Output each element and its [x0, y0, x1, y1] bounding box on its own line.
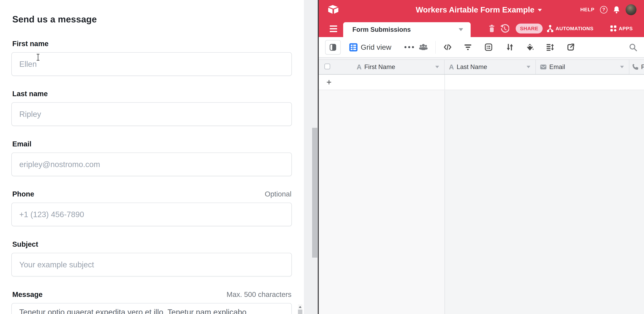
textarea-scroll-up-button[interactable] — [298, 304, 302, 309]
field-group-email: Email — [12, 140, 292, 148]
phone-optional-hint: Optional — [265, 190, 292, 198]
grid-add-row: + — [319, 75, 644, 90]
textarea-scrollbar-thumb[interactable] — [298, 309, 302, 314]
hamburger-menu-icon[interactable] — [330, 26, 337, 32]
sidebar-panel-icon — [330, 44, 336, 51]
airtable-topbar: Workers Airtable Form Example HELP ? — [319, 0, 644, 19]
row-height-button[interactable] — [546, 43, 554, 51]
apps-grid-icon — [610, 25, 617, 32]
frozen-column-divider — [444, 75, 445, 90]
message-label: Message — [12, 290, 42, 299]
grid-empty-area-right — [444, 90, 644, 314]
airtable-view-toolbar: Grid view — [319, 37, 644, 58]
notifications-bell-icon[interactable] — [613, 6, 620, 14]
view-switcher[interactable]: Grid view — [361, 37, 391, 57]
hide-fields-button[interactable] — [444, 43, 452, 51]
apps-button[interactable]: APPS — [610, 24, 633, 34]
screen: Send us a message First name Last name E… — [0, 0, 644, 314]
field-group-last-name: Last name — [12, 90, 292, 98]
view-sidebar-toggle-button[interactable] — [325, 40, 341, 55]
column-header-first-name[interactable]: A First Name — [319, 60, 444, 74]
table-tab-form-submissions[interactable]: Form Submissions — [343, 22, 471, 37]
sort-icon — [506, 43, 514, 51]
chevron-down-icon — [459, 28, 463, 31]
email-label: Email — [12, 140, 32, 148]
chevron-down-icon[interactable] — [526, 66, 530, 68]
airtable-window: Workers Airtable Form Example HELP ? For… — [319, 0, 644, 314]
text-field-icon: A — [449, 63, 454, 71]
history-icon[interactable] — [500, 24, 509, 33]
grid-header-row: A First Name A Last Name Email — [319, 60, 644, 75]
base-title-menu[interactable]: Workers Airtable Form Example — [416, 0, 542, 19]
help-button[interactable]: HELP — [580, 7, 594, 13]
column-header-email[interactable]: Email — [536, 60, 629, 74]
last-name-label: Last name — [12, 90, 48, 98]
airtable-tabbar: Form Submissions SHARE — [319, 19, 644, 37]
scroll-up-arrow-icon — [299, 306, 302, 308]
form-scrollbar-thumb[interactable] — [312, 128, 318, 258]
frozen-column-divider — [444, 90, 445, 314]
row-height-icon — [546, 43, 554, 51]
phone-field-icon — [632, 64, 639, 70]
group-icon — [484, 43, 492, 51]
automations-flow-icon — [546, 25, 554, 33]
chevron-down-icon — [538, 9, 542, 12]
question-mark-icon[interactable]: ? — [600, 6, 608, 14]
field-group-subject: Subject — [12, 240, 292, 248]
airtable-logo-icon[interactable] — [328, 5, 339, 15]
contact-form-window: Send us a message First name Last name E… — [0, 0, 318, 314]
form-heading: Send us a message — [12, 14, 97, 25]
filter-icon — [464, 43, 472, 51]
group-button[interactable] — [484, 43, 493, 51]
hide-fields-icon — [444, 44, 452, 50]
share-button[interactable]: SHARE — [516, 24, 543, 34]
last-name-input[interactable] — [12, 102, 292, 126]
grid-empty-area-left — [319, 90, 444, 314]
subject-input[interactable] — [12, 253, 292, 276]
filter-button[interactable] — [464, 43, 472, 51]
field-group-message: Message Max. 500 characters Tenetur opti… — [12, 290, 292, 299]
grid-view-icon[interactable] — [349, 43, 358, 52]
view-more-icon[interactable] — [404, 37, 414, 57]
toolbar-divider — [435, 41, 436, 54]
search-icon[interactable] — [629, 43, 638, 52]
email-input[interactable] — [12, 153, 292, 176]
text-field-icon: A — [357, 63, 362, 71]
paint-color-icon — [526, 43, 534, 51]
trash-icon[interactable] — [488, 25, 495, 33]
automations-button[interactable]: AUTOMATIONS — [546, 24, 594, 34]
chevron-down-icon[interactable] — [435, 66, 439, 68]
column-header-phone[interactable]: Phone — [629, 60, 644, 74]
apps-label: APPS — [619, 26, 633, 32]
field-group-phone: Phone Optional — [12, 190, 292, 198]
phone-input[interactable] — [12, 203, 292, 226]
field-group-first-name: First name — [12, 40, 292, 48]
phone-label: Phone — [12, 190, 34, 198]
collaborators-icon[interactable] — [419, 44, 428, 51]
subject-label: Subject — [12, 240, 38, 248]
user-avatar[interactable] — [626, 4, 636, 15]
table-tab-label: Form Submissions — [352, 26, 411, 33]
first-name-label: First name — [12, 40, 48, 48]
sort-button[interactable] — [506, 43, 514, 51]
color-button[interactable] — [526, 43, 534, 51]
email-field-icon — [540, 64, 546, 70]
message-textarea[interactable]: Tenetur optio quaerat expedita vero et i… — [12, 303, 292, 314]
first-name-input[interactable] — [12, 52, 292, 76]
automations-label: AUTOMATIONS — [556, 26, 594, 32]
add-record-button[interactable]: + — [324, 75, 334, 90]
base-title: Workers Airtable Form Example — [416, 5, 534, 14]
share-view-button[interactable] — [567, 43, 575, 51]
topbar-right-cluster: HELP ? — [580, 0, 636, 19]
chevron-down-icon[interactable] — [620, 66, 624, 68]
share-view-icon — [567, 43, 575, 51]
message-max-hint: Max. 500 characters — [226, 290, 292, 299]
text-cursor-icon — [36, 54, 40, 61]
column-header-last-name[interactable]: A Last Name — [444, 60, 536, 74]
